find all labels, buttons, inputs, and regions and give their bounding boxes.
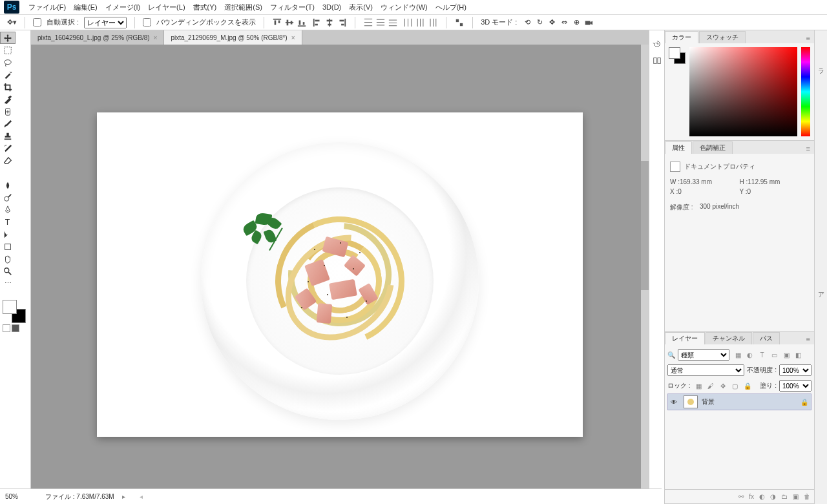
align-top-icon[interactable] <box>272 17 282 28</box>
layer-filter-dropdown[interactable]: 種類 <box>678 349 729 361</box>
link-icon[interactable]: ⚯ <box>738 493 744 500</box>
fx-icon[interactable]: fx <box>749 493 754 500</box>
filter-shape-icon[interactable]: ▭ <box>769 350 779 359</box>
stamp-tool[interactable] <box>0 130 16 142</box>
healing-tool[interactable] <box>0 105 16 118</box>
3d-slide-icon[interactable]: ⇔ <box>559 17 569 28</box>
visibility-icon[interactable]: 👁 <box>671 399 680 406</box>
align-bottom-icon[interactable] <box>297 17 307 28</box>
blur-tool[interactable] <box>0 179 16 191</box>
color-picker[interactable] <box>689 47 797 136</box>
type-tool[interactable]: T <box>0 216 16 228</box>
menu-image[interactable]: イメージ(I) <box>101 1 144 14</box>
filter-adjust-icon[interactable]: ◐ <box>746 350 755 359</box>
dist-right-icon[interactable] <box>428 17 438 28</box>
lock-position-icon[interactable]: ✥ <box>718 381 728 390</box>
panel-menu-icon[interactable]: ≡ <box>802 334 814 344</box>
lock-all-icon[interactable]: 🔒 <box>743 381 752 390</box>
lock-artboard-icon[interactable]: ▢ <box>731 381 740 390</box>
layer-row-background[interactable]: 👁 背景 🔒 <box>667 394 811 410</box>
lasso-tool[interactable] <box>0 56 16 68</box>
fill-dropdown[interactable]: 100% <box>779 380 811 392</box>
close-icon[interactable]: × <box>154 34 158 41</box>
info-arrow-icon[interactable]: ▸ <box>122 493 125 500</box>
close-icon[interactable]: × <box>291 34 295 41</box>
marquee-tool[interactable] <box>0 44 16 56</box>
delete-icon[interactable]: 🗑 <box>804 493 810 500</box>
lock-paint-icon[interactable]: 🖌 <box>706 381 715 390</box>
gradient-tool[interactable] <box>0 167 16 179</box>
hue-slider[interactable] <box>801 47 810 136</box>
dist-hcenter-icon[interactable] <box>415 17 426 28</box>
opacity-dropdown[interactable]: 100% <box>779 364 811 376</box>
eyedropper-tool[interactable] <box>0 93 16 105</box>
filter-smart-icon[interactable]: ▣ <box>782 350 791 359</box>
quickmask-toggle[interactable] <box>3 324 19 332</box>
canvas-viewport[interactable] <box>31 45 649 504</box>
path-tool[interactable] <box>0 228 16 240</box>
history-brush-tool[interactable] <box>0 142 16 154</box>
hand-tool[interactable] <box>0 253 16 265</box>
group-icon[interactable]: 🗀 <box>781 493 788 500</box>
zoom-tool[interactable] <box>0 265 16 277</box>
crop-tool[interactable] <box>0 81 16 93</box>
panel-color-swatch[interactable] <box>669 47 686 64</box>
color-swatch[interactable] <box>3 300 26 323</box>
menu-select[interactable]: 選択範囲(S) <box>220 1 266 14</box>
menu-filter[interactable]: フィルター(T) <box>266 1 319 14</box>
blend-mode-dropdown[interactable]: 通常 <box>667 364 744 376</box>
document-tab-1[interactable]: pixta_16042960_L.jpg @ 25% (RGB/8)× <box>31 30 164 45</box>
brush-tool[interactable] <box>0 118 16 130</box>
adjustment-icon[interactable]: ◑ <box>770 493 776 500</box>
shape-tool[interactable] <box>0 240 16 253</box>
adjustments-tab[interactable]: 色調補正 <box>693 142 733 154</box>
menu-view[interactable]: 表示(V) <box>345 1 377 14</box>
filter-toggle-icon[interactable]: ◧ <box>794 350 803 359</box>
3d-camera-icon[interactable] <box>583 17 594 28</box>
3d-roll-icon[interactable]: ↻ <box>534 17 545 28</box>
paths-tab[interactable]: パス <box>753 332 780 344</box>
eraser-tool[interactable] <box>0 154 16 167</box>
swatches-tab[interactable]: スウォッチ <box>699 31 746 43</box>
align-vcenter-icon[interactable] <box>284 17 295 28</box>
3d-zoom-icon[interactable]: ⊕ <box>571 17 581 28</box>
dist-vcenter-icon[interactable] <box>375 17 386 28</box>
document-tab-2[interactable]: pixta_21290699_M.jpg @ 50% (RGB/8*)× <box>164 30 302 45</box>
history-panel-icon[interactable] <box>649 36 665 52</box>
menu-edit[interactable]: 編集(E) <box>70 1 101 14</box>
menu-file[interactable]: ファイル(F) <box>25 1 70 14</box>
bbox-checkbox[interactable] <box>143 18 151 26</box>
auto-select-checkbox[interactable] <box>33 18 41 26</box>
channels-tab[interactable]: チャンネル <box>706 332 752 344</box>
properties-tab[interactable]: 属性 <box>665 142 692 154</box>
zoom-value[interactable]: 50% <box>5 493 37 500</box>
align-hcenter-icon[interactable] <box>324 17 335 28</box>
mask-icon[interactable]: ◐ <box>759 493 765 500</box>
filter-pixel-icon[interactable]: ▦ <box>733 350 742 359</box>
layers-tab[interactable]: レイヤー <box>665 332 705 344</box>
dist-top-icon[interactable] <box>363 17 373 28</box>
more-align-icon[interactable] <box>454 17 465 28</box>
lock-transparent-icon[interactable]: ▦ <box>695 381 704 390</box>
new-layer-icon[interactable]: ▣ <box>793 493 799 500</box>
menu-type[interactable]: 書式(Y) <box>189 1 221 14</box>
pen-tool[interactable] <box>0 204 16 216</box>
menu-layer[interactable]: レイヤー(L) <box>144 1 189 14</box>
align-right-icon[interactable] <box>337 17 347 28</box>
panel-menu-icon[interactable]: ≡ <box>802 33 814 43</box>
filter-type-icon[interactable]: T <box>758 350 767 359</box>
align-left-icon[interactable] <box>312 17 322 28</box>
dodge-tool[interactable] <box>0 191 16 204</box>
auto-select-dropdown[interactable]: レイヤー <box>84 17 127 28</box>
menu-help[interactable]: ヘルプ(H) <box>432 1 470 14</box>
document-canvas[interactable] <box>97 112 583 437</box>
color-tab[interactable]: カラー <box>665 31 698 43</box>
magic-wand-tool[interactable] <box>0 68 16 81</box>
collapsed-tab-1[interactable]: ラ <box>815 63 827 79</box>
collapsed-tab-2[interactable]: ア <box>815 286 827 303</box>
menu-3d[interactable]: 3D(D) <box>319 1 345 13</box>
libraries-panel-icon[interactable] <box>649 52 665 69</box>
panel-menu-icon[interactable]: ≡ <box>802 143 814 154</box>
3d-orbit-icon[interactable]: ⟲ <box>522 17 532 28</box>
extra-tool[interactable]: ⋯ <box>0 277 16 289</box>
